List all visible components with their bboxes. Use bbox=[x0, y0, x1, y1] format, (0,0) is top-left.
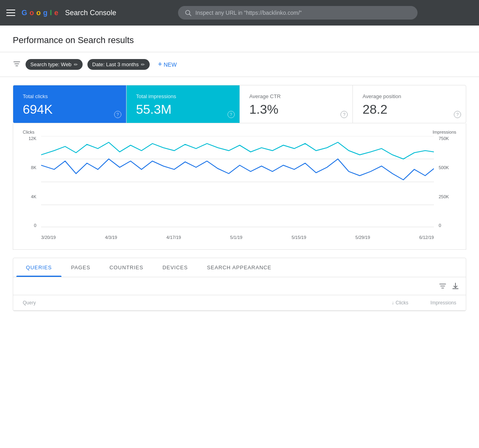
menu-icon[interactable] bbox=[6, 10, 15, 16]
chart-x-labels: 3/20/19 4/3/19 4/17/19 5/1/19 5/15/19 5/… bbox=[41, 235, 434, 240]
total-impressions-value: 55.3M bbox=[136, 103, 230, 116]
table-header-row: Query ↓ Clicks Impressions bbox=[13, 295, 466, 311]
table-toolbar bbox=[13, 277, 466, 295]
x-label-2: 4/17/19 bbox=[166, 235, 181, 240]
tab-pages[interactable]: PAGES bbox=[61, 258, 100, 277]
filter-table-icon[interactable] bbox=[439, 282, 447, 290]
new-filter-button[interactable]: + NEW bbox=[154, 58, 180, 71]
col-header-clicks[interactable]: ↓ Clicks bbox=[360, 300, 408, 306]
avg-position-card[interactable]: Average position 28.2 ? bbox=[353, 85, 466, 123]
y-left-label-0: 12K bbox=[28, 136, 36, 141]
page-title: Performance on Search results bbox=[13, 35, 466, 45]
col-header-query: Query bbox=[23, 300, 360, 306]
url-search-input[interactable] bbox=[196, 10, 411, 16]
x-label-3: 5/1/19 bbox=[230, 235, 243, 240]
search-type-label: Search type: Web bbox=[30, 61, 71, 67]
tab-devices[interactable]: DEVICES bbox=[153, 258, 197, 277]
tab-search-appearance[interactable]: SEARCH APPEARANCE bbox=[197, 258, 281, 277]
main-content: Performance on Search results Search typ… bbox=[0, 26, 479, 448]
metrics-section: Total clicks 694K ? Total impressions 55… bbox=[0, 77, 479, 123]
chart-axes-labels: Clicks Impressions bbox=[23, 130, 456, 134]
search-icon bbox=[184, 9, 192, 16]
y-left-label-2: 4K bbox=[31, 194, 36, 199]
avg-ctr-value: 1.3% bbox=[249, 103, 343, 116]
tab-countries[interactable]: COUNTRIES bbox=[100, 258, 153, 277]
total-clicks-value: 694K bbox=[23, 103, 117, 116]
table-section: QUERIES PAGES COUNTRIES DEVICES SEARCH A… bbox=[13, 258, 466, 311]
x-label-6: 6/12/19 bbox=[419, 235, 434, 240]
chart-right-label: Impressions bbox=[433, 130, 456, 134]
filter-icon[interactable] bbox=[13, 60, 21, 69]
date-label: Date: Last 3 months bbox=[92, 61, 139, 67]
total-impressions-card[interactable]: Total impressions 55.3M ? bbox=[127, 85, 240, 123]
y-right-label-3: 0 bbox=[439, 223, 441, 228]
page-title-bar: Performance on Search results bbox=[0, 26, 479, 52]
x-label-1: 4/3/19 bbox=[105, 235, 117, 240]
avg-ctr-card[interactable]: Average CTR 1.3% ? bbox=[240, 85, 353, 123]
help-icon-clicks[interactable]: ? bbox=[114, 111, 121, 118]
app-header: Google Search Console bbox=[0, 0, 479, 26]
chart-svg bbox=[41, 136, 434, 228]
app-logo: Google Search Console bbox=[22, 9, 116, 17]
metrics-cards: Total clicks 694K ? Total impressions 55… bbox=[13, 85, 466, 123]
x-label-4: 5/15/19 bbox=[291, 235, 306, 240]
url-search-bar[interactable] bbox=[178, 6, 418, 20]
tab-queries[interactable]: QUERIES bbox=[16, 258, 61, 277]
filter-bar: Search type: Web ✏ Date: Last 3 months ✏… bbox=[0, 52, 479, 77]
help-icon-position[interactable]: ? bbox=[454, 111, 461, 118]
edit-icon: ✏ bbox=[141, 62, 145, 67]
y-right-label-0: 750K bbox=[439, 136, 449, 141]
down-arrow-icon: ↓ bbox=[392, 300, 394, 306]
x-label-0: 3/20/19 bbox=[41, 235, 56, 240]
col-header-impressions: Impressions bbox=[408, 300, 456, 306]
y-right-label-2: 250K bbox=[439, 194, 449, 199]
x-label-5: 5/29/19 bbox=[355, 235, 370, 240]
search-type-filter[interactable]: Search type: Web ✏ bbox=[26, 59, 83, 70]
help-icon-impressions[interactable]: ? bbox=[228, 111, 235, 118]
chart-container: 12K 8K 4K 0 750K 500K 250K 0 bbox=[23, 136, 456, 240]
avg-position-label: Average position bbox=[362, 93, 456, 99]
help-icon-ctr[interactable]: ? bbox=[340, 111, 348, 118]
y-left-label-1: 8K bbox=[31, 165, 36, 170]
total-clicks-label: Total clicks bbox=[23, 93, 117, 99]
y-right-label-1: 500K bbox=[439, 165, 449, 170]
chart-y-axis-left: 12K 8K 4K 0 bbox=[23, 136, 39, 228]
plus-icon: + bbox=[158, 60, 162, 69]
chart-y-axis-right: 750K 500K 250K 0 bbox=[436, 136, 456, 228]
svg-line-1 bbox=[189, 14, 191, 16]
new-button-label: NEW bbox=[164, 61, 177, 68]
date-filter[interactable]: Date: Last 3 months ✏ bbox=[87, 59, 150, 70]
chart-section: Clicks Impressions 12K 8K 4K 0 750K 500K… bbox=[13, 123, 466, 250]
avg-ctr-label: Average CTR bbox=[249, 93, 343, 99]
tabs-row: QUERIES PAGES COUNTRIES DEVICES SEARCH A… bbox=[13, 258, 466, 277]
y-left-label-3: 0 bbox=[34, 223, 36, 228]
download-icon[interactable] bbox=[451, 282, 459, 290]
total-clicks-card[interactable]: Total clicks 694K ? bbox=[13, 85, 127, 123]
chart-plot bbox=[41, 136, 434, 228]
total-impressions-label: Total impressions bbox=[136, 93, 230, 99]
chart-left-label: Clicks bbox=[23, 130, 34, 134]
avg-position-value: 28.2 bbox=[362, 103, 456, 116]
edit-icon: ✏ bbox=[74, 62, 78, 67]
